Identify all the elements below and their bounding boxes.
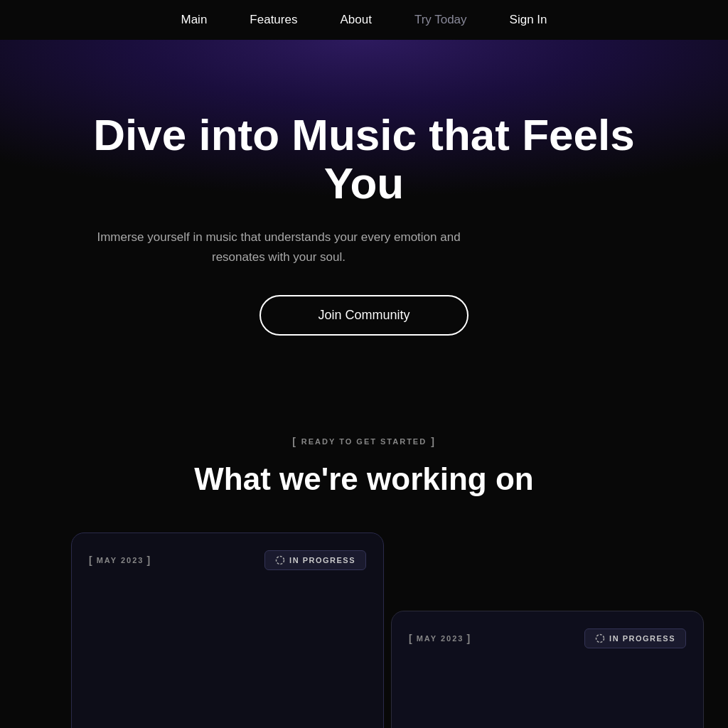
spinner-icon-right xyxy=(595,633,605,643)
svg-point-0 xyxy=(277,556,284,564)
card-right-date: [ MAY 2023 ] xyxy=(409,633,471,644)
section-tag-text: READY TO GET STARTED xyxy=(301,437,427,446)
card-right: [ MAY 2023 ] IN PROGRESS xyxy=(391,611,704,728)
working-section: [ READY TO GET STARTED ] What we're work… xyxy=(0,392,728,728)
bracket-right: ] xyxy=(431,436,436,447)
nav-try-today[interactable]: Try Today xyxy=(414,13,467,27)
bracket-left: [ xyxy=(292,436,297,447)
navbar: Main Features About Try Today Sign In xyxy=(0,0,728,40)
card-right-header: [ MAY 2023 ] IN PROGRESS xyxy=(409,628,686,648)
working-section-title: What we're working on xyxy=(28,461,700,497)
svg-point-1 xyxy=(596,634,604,642)
card-left: [ MAY 2023 ] IN PROGRESS xyxy=(71,532,384,728)
cards-container: [ MAY 2023 ] IN PROGRESS [ xyxy=(28,532,700,728)
spinner-icon-left xyxy=(275,555,285,565)
hero-title: Dive into Music that Feels You xyxy=(80,111,648,208)
hero-subtitle: Immerse yourself in music that understan… xyxy=(80,228,478,266)
nav-main[interactable]: Main xyxy=(181,13,207,27)
hero-section: Dive into Music that Feels You Immerse y… xyxy=(0,40,728,392)
card-right-badge: IN PROGRESS xyxy=(584,628,686,648)
section-tag: [ READY TO GET STARTED ] xyxy=(292,436,436,447)
card-left-date: [ MAY 2023 ] xyxy=(89,555,151,566)
nav-sign-in[interactable]: Sign In xyxy=(510,13,547,27)
join-community-button[interactable]: Join Community xyxy=(259,295,468,336)
nav-features[interactable]: Features xyxy=(250,13,297,27)
card-left-badge: IN PROGRESS xyxy=(264,550,366,570)
nav-about[interactable]: About xyxy=(340,13,371,27)
hero-content: Dive into Music that Feels You Immerse y… xyxy=(80,111,648,336)
card-left-header: [ MAY 2023 ] IN PROGRESS xyxy=(89,550,366,570)
